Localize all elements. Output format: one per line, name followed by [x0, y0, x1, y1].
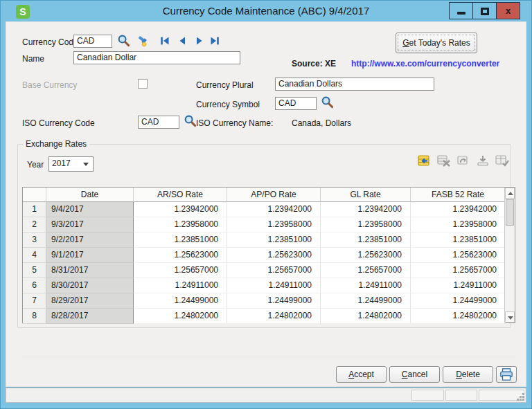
title-bar[interactable]: S Currency Code Maintenance (ABC) 9/4/20…: [1, 1, 531, 21]
fasb-rate-cell[interactable]: 1.23851000: [411, 233, 506, 248]
arso-rate-cell[interactable]: 1.23942000: [134, 202, 227, 217]
source-link[interactable]: http://www.xe.com/currencyconverter: [351, 59, 499, 69]
table-row[interactable]: 1 9/4/2017 1.23942000 1.23942000 1.23942…: [23, 202, 515, 217]
table-row[interactable]: 2 9/3/2017 1.23958000 1.23958000 1.23958…: [23, 217, 515, 233]
date-cell[interactable]: 9/2/2017: [46, 233, 134, 248]
appo-rate-cell[interactable]: 1.24499000: [227, 293, 321, 309]
appo-rate-cell[interactable]: 1.23851000: [227, 233, 321, 248]
date-cell[interactable]: 9/3/2017: [46, 217, 134, 233]
table-row[interactable]: 3 9/2/2017 1.23851000 1.23851000 1.23851…: [23, 233, 515, 248]
fasb-rate-cell[interactable]: 1.23942000: [411, 202, 506, 217]
grid-customize-icon[interactable]: [495, 154, 510, 167]
year-dropdown[interactable]: 2017: [48, 156, 94, 172]
cancel-button[interactable]: Cancel: [389, 366, 440, 383]
arso-rate-cell[interactable]: 1.24499000: [134, 293, 227, 309]
date-cell[interactable]: 8/30/2017: [46, 278, 134, 293]
table-vertical-scrollbar[interactable]: [504, 188, 515, 322]
scroll-up-icon: [508, 192, 513, 195]
gl-rate-cell[interactable]: 1.25657000: [321, 263, 411, 278]
grid-undo-row-icon[interactable]: [456, 154, 471, 167]
appo-rate-cell[interactable]: 1.25657000: [227, 263, 321, 278]
table-row[interactable]: 7 8/29/2017 1.24499000 1.24499000 1.2449…: [23, 293, 515, 309]
fasb-rate-cell[interactable]: 1.25657000: [411, 263, 506, 278]
col-header-arso[interactable]: AR/SO Rate: [134, 188, 227, 202]
arso-rate-cell[interactable]: 1.25623000: [134, 248, 227, 263]
date-cell[interactable]: 9/4/2017: [46, 202, 134, 217]
col-header-date[interactable]: Date: [46, 188, 134, 202]
appo-rate-cell[interactable]: 1.23942000: [227, 202, 321, 217]
currency-symbol-input[interactable]: CAD: [275, 97, 317, 110]
date-cell[interactable]: 8/28/2017: [46, 309, 134, 324]
arso-rate-cell[interactable]: 1.24911000: [134, 278, 227, 293]
currency-code-label: Currency Code: [22, 37, 78, 47]
delete-button[interactable]: Delete: [443, 366, 493, 383]
gl-rate-cell[interactable]: 1.25623000: [321, 248, 411, 263]
row-number: 8: [23, 309, 46, 324]
resize-grip[interactable]: [522, 399, 524, 401]
fasb-rate-cell[interactable]: 1.25623000: [411, 248, 506, 263]
year-label: Year: [27, 160, 44, 170]
arso-rate-cell[interactable]: 1.25657000: [134, 263, 227, 278]
arso-rate-cell[interactable]: 1.23958000: [134, 217, 227, 233]
appo-rate-cell[interactable]: 1.24911000: [227, 278, 321, 293]
prev-record-icon[interactable]: [177, 35, 188, 46]
printer-icon: [499, 367, 514, 381]
currency-code-input[interactable]: CAD: [73, 35, 112, 48]
gl-rate-cell[interactable]: 1.23958000: [321, 217, 411, 233]
window-frame: S Currency Code Maintenance (ABC) 9/4/20…: [0, 0, 532, 409]
maximize-button[interactable]: [472, 2, 497, 19]
name-input[interactable]: Canadian Dollar: [73, 51, 240, 64]
scroll-down-button[interactable]: [505, 311, 515, 322]
gl-rate-cell[interactable]: 1.24499000: [321, 293, 411, 309]
last-record-icon[interactable]: [209, 35, 220, 46]
appo-rate-cell[interactable]: 1.25623000: [227, 248, 321, 263]
gl-rate-cell[interactable]: 1.23851000: [321, 233, 411, 248]
col-header-fasb[interactable]: FASB 52 Rate: [411, 188, 506, 202]
fasb-rate-cell[interactable]: 1.24802000: [411, 309, 506, 324]
gl-rate-cell[interactable]: 1.23942000: [321, 202, 411, 217]
currency-symbol-lookup-icon[interactable]: [321, 96, 334, 109]
iso-currency-code-input[interactable]: CAD: [138, 116, 179, 129]
fasb-rate-cell[interactable]: 1.24499000: [411, 293, 506, 309]
col-header-gl[interactable]: GL Rate: [321, 188, 411, 202]
grid-delete-row-icon[interactable]: [437, 154, 452, 167]
gl-rate-cell[interactable]: 1.24911000: [321, 278, 411, 293]
date-cell[interactable]: 8/31/2017: [46, 263, 134, 278]
arso-rate-cell[interactable]: 1.23851000: [134, 233, 227, 248]
table-row[interactable]: 8 8/28/2017 1.24802000 1.24802000 1.2480…: [23, 309, 515, 324]
gl-rate-cell[interactable]: 1.24802000: [321, 309, 411, 324]
base-currency-checkbox[interactable]: [138, 79, 148, 89]
status-panel: [411, 390, 444, 401]
scroll-up-button[interactable]: [505, 188, 515, 199]
exchange-rates-table[interactable]: Date AR/SO Rate AP/PO Rate GL Rate FASB …: [22, 187, 515, 323]
iso-code-lookup-icon[interactable]: [184, 114, 197, 127]
date-cell[interactable]: 9/1/2017: [46, 248, 134, 263]
fasb-rate-cell[interactable]: 1.23958000: [411, 217, 506, 233]
col-header-appo[interactable]: AP/PO Rate: [227, 188, 321, 202]
currency-plural-input[interactable]: Canadian Dollars: [275, 78, 434, 91]
grid-insert-row-icon[interactable]: [476, 154, 490, 167]
appo-rate-cell[interactable]: 1.23958000: [227, 217, 321, 233]
scrollbar-thumb[interactable]: [506, 199, 514, 226]
print-button[interactable]: [496, 366, 517, 383]
chevron-down-icon: [83, 163, 89, 166]
footer-separator: [22, 356, 515, 356]
accept-button[interactable]: Accept: [336, 366, 387, 383]
fasb-rate-cell[interactable]: 1.24911000: [411, 278, 506, 293]
get-todays-rates-button[interactable]: Get Today's Rates: [396, 33, 477, 53]
flashlight-icon[interactable]: [136, 34, 150, 47]
appo-rate-cell[interactable]: 1.24802000: [227, 309, 321, 324]
arso-rate-cell[interactable]: 1.24802000: [134, 309, 227, 324]
table-row[interactable]: 6 8/30/2017 1.24911000 1.24911000 1.2491…: [23, 278, 515, 293]
first-record-icon[interactable]: [159, 35, 170, 46]
row-number: 7: [23, 293, 46, 309]
lookup-icon[interactable]: [117, 34, 130, 47]
date-cell[interactable]: 8/29/2017: [46, 293, 134, 309]
grid-reset-row-icon[interactable]: [418, 154, 432, 167]
close-button[interactable]: x: [496, 2, 520, 19]
next-record-icon[interactable]: [194, 35, 205, 46]
row-number: 2: [23, 217, 46, 233]
table-row[interactable]: 5 8/31/2017 1.25657000 1.25657000 1.2565…: [23, 263, 515, 278]
table-row[interactable]: 4 9/1/2017 1.25623000 1.25623000 1.25623…: [23, 248, 515, 263]
minimize-button[interactable]: [449, 2, 473, 19]
